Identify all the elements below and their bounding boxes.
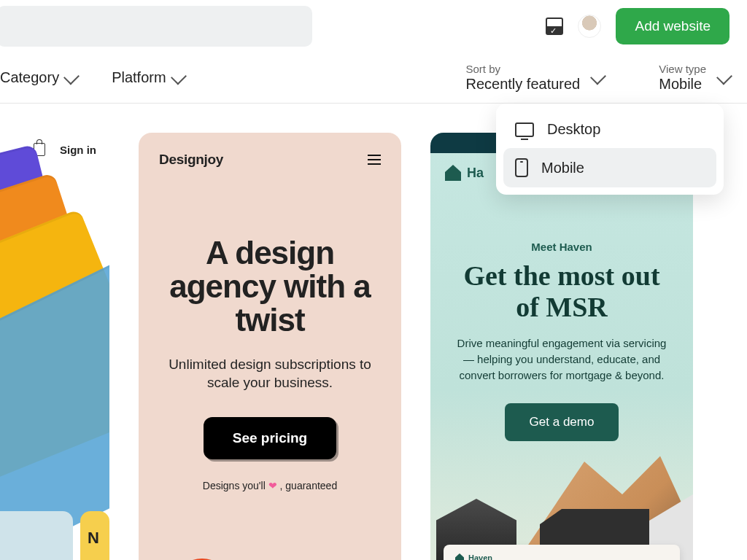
viewtype-option-label: Mobile	[541, 160, 584, 176]
tip-card-secondary: N	[80, 511, 109, 560]
sort-label: Sort by	[465, 63, 580, 75]
planner-hero: ection powerhouses that will y-to-day pl…	[0, 171, 109, 448]
card-headline: A design agency with a twist	[153, 236, 387, 338]
search-input[interactable]	[0, 6, 312, 47]
viewtype-option-label: Desktop	[547, 121, 600, 138]
sort-value: Recently featured	[465, 76, 580, 93]
gallery-card[interactable]: Ann Ha Meet Haven Get the most out of MS…	[430, 133, 693, 560]
viewtype-value: Mobile	[659, 76, 706, 93]
viewtype-label: View type	[659, 63, 706, 75]
haven-logo-icon	[455, 553, 464, 560]
viewtype-option-mobile[interactable]: Mobile	[503, 148, 716, 187]
kicker: Meet Haven	[430, 241, 693, 253]
avatar[interactable]	[578, 15, 601, 38]
add-website-button[interactable]: Add website	[616, 8, 729, 44]
checklist-icon[interactable]	[546, 18, 563, 35]
tip-title-fragment: tion	[0, 532, 58, 552]
viewtype-control[interactable]: View type Mobile	[659, 63, 729, 92]
filter-platform-label: Platform	[112, 69, 166, 86]
illustration	[430, 451, 693, 560]
filter-category[interactable]: Category	[0, 69, 77, 86]
card-subhead: Drive meaningful engagement via servicin…	[452, 335, 671, 383]
chevron-down-icon	[66, 73, 77, 83]
tip-card: tion than 15 references perfect match.	[0, 511, 73, 560]
filter-bar: Category Platform Sort by Recently featu…	[0, 52, 747, 104]
desktop-icon	[515, 122, 534, 137]
chevron-down-icon	[719, 73, 729, 83]
filter-platform[interactable]: Platform	[112, 69, 183, 86]
tip-body-fragment: than 15 references perfect match.	[0, 556, 58, 560]
mobile-icon	[515, 158, 528, 177]
get-demo-button[interactable]: Get a demo	[505, 403, 619, 441]
filter-category-label: Category	[0, 69, 59, 86]
gallery-card[interactable]: Sign in ection powerhouses that will y-t…	[0, 133, 109, 560]
top-bar: Add website	[0, 0, 747, 52]
heart-icon: ❤	[268, 480, 277, 491]
dashboard-preview: Haven Good morning, Amanda! Continue whe…	[444, 545, 680, 560]
card-headline: Get the most out of MSR	[452, 260, 671, 322]
brand-logo: Ha	[467, 166, 484, 181]
guarantee-line: Designs you'll ❤ , guaranteed	[139, 480, 401, 491]
brand-logo: Designjoy	[159, 152, 223, 168]
card-subhead: Unlimited design subscriptions to scale …	[163, 355, 376, 392]
chevron-down-icon	[174, 73, 184, 83]
menu-icon[interactable]	[368, 155, 381, 165]
tip2-initial: N	[88, 529, 99, 547]
sign-in-link[interactable]: Sign in	[60, 144, 96, 156]
viewtype-option-desktop[interactable]: Desktop	[503, 111, 716, 148]
gallery-card[interactable]: Designjoy A design agency with a twist U…	[139, 133, 401, 560]
sort-control[interactable]: Sort by Recently featured	[465, 63, 603, 92]
see-pricing-button[interactable]: See pricing	[204, 417, 336, 459]
chevron-down-icon	[593, 73, 603, 83]
viewtype-dropdown: Desktop Mobile	[496, 104, 724, 195]
haven-logo-icon	[445, 165, 461, 181]
